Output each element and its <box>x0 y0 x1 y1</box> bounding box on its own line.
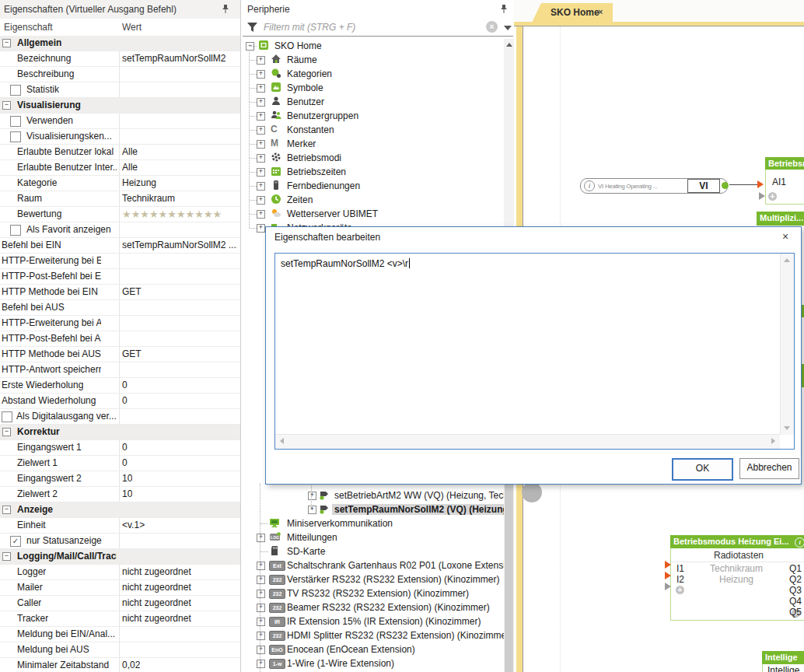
tree-expander-icon[interactable]: + <box>257 562 265 570</box>
property-row[interactable]: Verwenden <box>0 114 240 129</box>
property-row[interactable]: HTTP-Post-Befehl bei AUS <box>0 331 240 347</box>
tree-item[interactable]: SD-Karte <box>243 544 504 558</box>
property-row[interactable]: Loggernicht zugeordnet <box>0 565 240 580</box>
tree-item[interactable]: +Symbole <box>243 81 504 95</box>
collapse-icon[interactable]: − <box>2 428 11 436</box>
tree-item-label[interactable]: Fernbedienungen <box>287 180 360 191</box>
tree-item-label[interactable]: Räume <box>287 54 317 65</box>
scroll-left-icon[interactable] <box>280 438 284 444</box>
property-row[interactable]: HTTP-Erweiterung bei EIN <box>0 254 240 269</box>
tree-item[interactable]: +232Verstärker RS232 (RS232 Extension) (… <box>243 572 504 586</box>
property-row[interactable]: HTTP Methode bei AUSGET <box>0 347 240 362</box>
block-output-label[interactable]: Q4 <box>789 596 802 607</box>
tree-item[interactable]: +IRIR Extension 15% (IR Extension) (Kino… <box>243 614 504 628</box>
property-row[interactable]: Eingangswert 10 <box>0 440 240 456</box>
tree-expander-icon[interactable]: + <box>257 632 265 640</box>
block-multiply-header[interactable]: Multiplizi... <box>757 212 804 226</box>
property-row[interactable]: ✓nur Statusanzeige <box>0 534 240 549</box>
tree-item[interactable]: +MMerker <box>243 137 504 151</box>
checkbox[interactable] <box>10 116 21 127</box>
filter-bar[interactable]: Filtern mit (STRG + F) × <box>243 19 513 37</box>
tree-item-label[interactable]: Mitteilungen <box>287 532 337 543</box>
panel-splitter-handle[interactable] <box>522 482 542 502</box>
tree-expander-icon[interactable]: + <box>257 168 265 177</box>
tree-expander-icon[interactable]: + <box>257 576 265 584</box>
tree-item-label[interactable]: Kategorien <box>287 68 332 79</box>
property-row[interactable]: Statistik <box>0 82 240 98</box>
tree-item-label[interactable]: Betriebszeiten <box>287 166 346 177</box>
input-arrow-icon[interactable] <box>665 572 671 579</box>
tree-expander-icon[interactable]: + <box>257 98 265 107</box>
property-section-row[interactable]: −Korrektur <box>0 425 240 440</box>
checkbox[interactable] <box>2 411 12 422</box>
tree-expander-icon[interactable]: + <box>257 112 265 121</box>
collapse-icon[interactable]: − <box>2 39 11 47</box>
input-arrow-icon[interactable] <box>759 192 765 200</box>
virtual-input-capsule[interactable]: i VI Heating Operating ... VI <box>580 178 728 194</box>
filter-input[interactable]: Filtern mit (STRG + F) <box>264 22 355 33</box>
tree-expander-icon[interactable]: + <box>308 506 316 514</box>
property-row[interactable]: Eingangswert 210 <box>0 471 240 487</box>
property-row[interactable]: BezeichnungsetTempRaumNorSollM2 <box>0 51 240 67</box>
tree-item[interactable]: +Zeiten <box>243 193 504 207</box>
tree-item[interactable]: +Benutzer <box>243 95 504 109</box>
property-row[interactable]: Einheit<v.1> <box>0 518 240 534</box>
tree-item[interactable]: +1-w1-Wire (1-Wire Extension) <box>243 656 504 670</box>
tree-item[interactable]: +setBetriebArtM2 WW (VQ) (Heizung, Techn… <box>243 488 504 502</box>
collapse-icon[interactable]: − <box>2 506 11 514</box>
tree-item-label[interactable]: setTempRaumNorSollM2 (VQ) (Heizung, Tech… <box>332 504 504 515</box>
tree-expander-icon[interactable]: + <box>257 604 265 612</box>
property-row[interactable]: Erlaubte Benutzer Inter...Alle <box>0 160 240 176</box>
tree-item-label[interactable]: setBetriebArtM2 WW (VQ) (Heizung, Techni… <box>334 490 504 501</box>
tree-expander-icon[interactable]: + <box>257 224 265 233</box>
checkbox[interactable]: ✓ <box>10 536 21 547</box>
textarea-hscrollbar[interactable] <box>275 434 780 449</box>
property-row[interactable]: Abstand Wiederholung0 <box>0 394 240 409</box>
add-input-icon[interactable]: + <box>768 192 777 201</box>
property-row[interactable]: HTTP Methode bei EINGET <box>0 285 240 300</box>
tree-item-label[interactable]: Wetterserver UBIMET <box>287 208 378 219</box>
tab-close-icon[interactable]: × <box>598 7 603 16</box>
property-row[interactable]: Zielwert 210 <box>0 487 240 502</box>
block-operating-header[interactable]: Betriebsm <box>765 157 804 170</box>
property-row[interactable]: HTTP-Erweiterung bei AUS <box>0 316 240 331</box>
scroll-up-icon[interactable] <box>784 258 790 262</box>
tree-item-label[interactable]: 1-Wire (1-Wire Extension) <box>287 658 394 669</box>
property-row[interactable]: Meldung bei EIN/Anal... <box>0 627 240 642</box>
tree-expander-icon[interactable]: + <box>257 646 265 654</box>
scroll-right-icon[interactable] <box>771 438 775 444</box>
output-node-icon[interactable] <box>722 182 729 189</box>
tree-item[interactable]: +ExtSchaltschrank Gartenhaus R02 P01 (Lo… <box>243 558 504 572</box>
property-row[interactable]: Erlaubte Benutzer lokalAlle <box>0 145 240 160</box>
tree-expander-icon[interactable]: + <box>257 534 265 542</box>
tree-expander-icon[interactable]: + <box>257 182 265 191</box>
tree-expander-icon[interactable]: + <box>257 210 265 219</box>
property-row[interactable]: Als Digitalausgang ver... <box>0 409 240 425</box>
scroll-up-icon[interactable] <box>506 43 512 47</box>
block-output-label[interactable]: Q5 <box>789 607 802 618</box>
property-row[interactable]: Befehl bei EINsetTempRaumNorSollM2 .... <box>0 238 240 254</box>
tree-item[interactable]: −SKO Home <box>243 39 504 53</box>
block-input-label[interactable]: AI1 <box>772 177 786 187</box>
tree-item-label[interactable]: Zeiten <box>287 194 313 205</box>
tree-item-label[interactable]: Schaltschrank Gartenhaus R02 P01 (Loxone… <box>287 560 504 571</box>
tree-expander-icon[interactable]: + <box>257 590 265 598</box>
tree-expander-icon[interactable]: + <box>257 56 265 65</box>
scrollbar-thumb[interactable] <box>505 464 513 672</box>
tree-item-label[interactable]: Konstanten <box>287 124 334 135</box>
tree-item-label[interactable]: Enocean (EnOcean Extension) <box>287 644 415 655</box>
collapse-icon[interactable]: − <box>2 552 11 561</box>
property-row[interactable]: Visualisierungsken... <box>0 129 240 145</box>
rating-stars[interactable]: ★★★★★★★★★★★ <box>122 208 222 220</box>
tree-item-label[interactable]: Verstärker RS232 (RS232 Extension) (Kino… <box>287 574 499 585</box>
tree-item[interactable]: +Kategorien <box>243 67 504 81</box>
property-row[interactable]: Bewertung★★★★★★★★★★★ <box>0 207 240 222</box>
tree-item[interactable]: +setTempRaumNorSollM2 (VQ) (Heizung, Tec… <box>243 502 504 516</box>
command-textarea[interactable]: setTempRaumNorSollM2 <v>\r <box>274 253 795 450</box>
tree-item-label[interactable]: Beamer RS232 (RS232 Extension) (Kinozimm… <box>287 602 490 613</box>
collapse-icon[interactable]: − <box>2 101 11 110</box>
checkbox[interactable] <box>10 131 21 142</box>
property-section-row[interactable]: −Anzeige <box>0 502 240 518</box>
block-intelligent-body[interactable]: Intellige <box>762 664 804 672</box>
tree-expander-icon[interactable]: + <box>257 196 265 205</box>
